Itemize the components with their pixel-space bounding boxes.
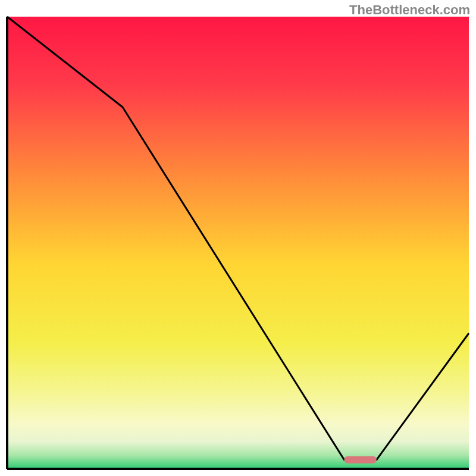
bottleneck-chart: [0, 0, 476, 476]
optimal-range-marker: [344, 456, 376, 464]
chart-container: TheBottleneck.com: [0, 0, 476, 476]
watermark-text: TheBottleneck.com: [349, 2, 470, 18]
gradient-background: [7, 17, 469, 469]
